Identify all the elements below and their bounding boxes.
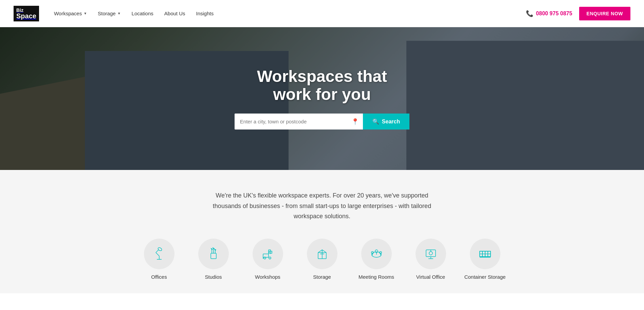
logo[interactable]: Biz Space [14,6,39,21]
enquire-button[interactable]: Enquire Now [579,7,630,20]
workspace-type-meeting-rooms[interactable]: Meeting Rooms [349,239,404,280]
nav-item-storage[interactable]: Storage ▼ [93,8,125,19]
workshops-icon-circle [253,239,283,269]
logo-biz: Biz [16,8,36,13]
workspace-types-row: Offices Studios [14,239,630,280]
pencil-cup-icon [206,246,221,261]
desk-lamp-icon [152,246,167,261]
phone-icon: 📞 [526,10,533,17]
workspace-type-container-storage[interactable]: Container Storage [458,239,512,280]
svg-marker-9 [211,248,213,250]
box-icon [315,246,330,261]
forklift-icon [260,246,275,261]
storage-icon-circle [307,239,337,269]
workspace-type-virtual-office[interactable]: Virtual Office [404,239,458,280]
phone-link[interactable]: 📞 0800 975 0875 [526,10,572,17]
nav-item-about[interactable]: About Us [160,8,190,19]
workspace-type-offices[interactable]: Offices [132,239,186,280]
nav-item-insights[interactable]: Insights [191,8,218,19]
meeting-rooms-icon-circle [361,239,392,269]
svg-rect-5 [211,253,216,259]
workspace-type-workshops[interactable]: Workshops [241,239,295,280]
header-left: Biz Space Workspaces ▼ Storage ▼ Locatio… [14,6,218,21]
header-right: 📞 0800 975 0875 Enquire Now [526,7,630,20]
meeting-rooms-label: Meeting Rooms [358,274,394,280]
search-input[interactable] [235,114,350,129]
container-storage-label: Container Storage [464,274,506,280]
container-icon [478,246,493,261]
svg-marker-11 [215,249,216,251]
main-nav: Workspaces ▼ Storage ▼ Locations About U… [49,8,218,19]
workspace-type-studios[interactable]: Studios [186,239,241,280]
hero-section: Workspaces that work for you 📍 🔍 Search [0,27,644,170]
chevron-down-icon: ▼ [84,12,87,15]
svg-point-24 [375,250,378,253]
workshops-label: Workshops [255,274,280,280]
hero-content: Workspaces that work for you 📍 🔍 Search [235,68,409,130]
svg-line-2 [156,253,159,256]
svg-marker-10 [213,248,214,249]
info-description: We're the UK's flexible workspace expert… [203,190,441,222]
chevron-down-icon: ▼ [117,12,121,15]
search-icon: 🔍 [372,118,379,125]
svg-rect-12 [263,254,269,257]
offices-label: Offices [151,274,167,280]
virtual-office-icon-circle [416,239,446,269]
studios-icon-circle [198,239,229,269]
meeting-icon [369,246,384,261]
main-header: Biz Space Workspaces ▼ Storage ▼ Locatio… [0,0,644,27]
svg-line-3 [156,250,159,253]
nav-item-locations[interactable]: Locations [127,8,158,19]
info-section: We're the UK's flexible workspace expert… [0,170,644,293]
location-pin-icon: 📍 [350,118,363,125]
svg-point-33 [429,252,433,255]
container-storage-icon-circle [470,239,500,269]
hero-title: Workspaces that work for you [235,68,409,104]
svg-point-4 [157,247,162,251]
workspace-type-storage[interactable]: Storage [295,239,349,280]
virtual-office-label: Virtual Office [416,274,445,280]
nav-item-workspaces[interactable]: Workspaces ▼ [49,8,92,19]
logo-space: Space [16,13,36,19]
monitor-icon [423,246,438,261]
svg-point-18 [269,257,271,259]
hero-search-bar: 📍 🔍 Search [235,114,409,130]
search-button[interactable]: 🔍 Search [363,114,409,130]
storage-label: Storage [313,274,331,280]
studios-label: Studios [205,274,222,280]
offices-icon-circle [144,239,174,269]
